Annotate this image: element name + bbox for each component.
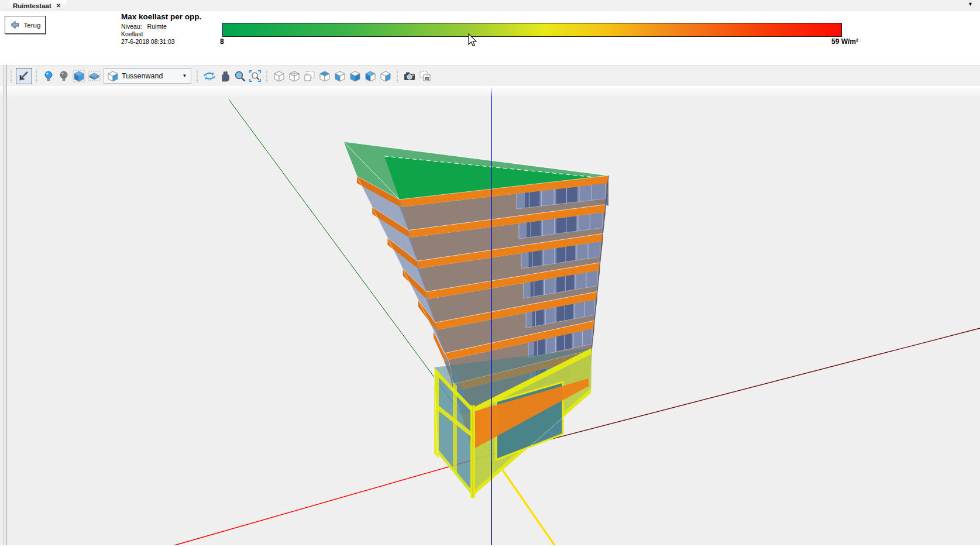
legend-level-label: Niveau: <box>121 23 142 30</box>
camera-icon <box>403 70 416 82</box>
view-face-corner-button[interactable] <box>348 68 363 84</box>
snapshot-button[interactable] <box>402 68 417 84</box>
tab-close-icon[interactable]: ✕ <box>56 2 61 9</box>
back-button[interactable]: Terug <box>5 16 46 34</box>
select-tool-button[interactable] <box>16 68 32 84</box>
chevron-down-icon[interactable]: ▼ <box>180 73 188 78</box>
cube-flat-icon <box>88 70 101 82</box>
view-iso-1-button[interactable] <box>271 68 287 84</box>
pan-tool-button[interactable] <box>217 68 232 84</box>
scale-max-label: 59 W/m² <box>831 37 858 46</box>
legend-quantity: Koellast <box>121 31 201 37</box>
bulb-on-icon <box>42 70 55 82</box>
zoom-tool-button[interactable] <box>232 68 247 84</box>
cube-solid-icon <box>73 70 85 82</box>
back-arrow-icon <box>10 20 20 29</box>
export-icon <box>418 70 431 82</box>
iso2-icon <box>288 70 301 82</box>
view-solid-model-button[interactable] <box>71 68 87 84</box>
legend-text-block: Max koellast per opp. Niveau:Ruimte Koel… <box>121 13 201 44</box>
building-scene <box>0 86 980 545</box>
zoom-icon <box>233 70 246 82</box>
light-off-button[interactable] <box>56 68 71 84</box>
faceFront-icon <box>333 70 346 82</box>
select-arrow-icon <box>18 70 30 82</box>
axis-x-red <box>173 455 491 545</box>
header: Terug Max koellast per opp. Niveau:Ruimt… <box>0 11 980 65</box>
application-window: { "tab_bar": { "active_tab": "Ruimtestaa… <box>0 0 980 547</box>
light-on-button[interactable] <box>41 68 56 84</box>
viewport-top-fade <box>0 86 980 98</box>
filter-dropdown-value: Tussenwand <box>122 72 178 80</box>
filter-dropdown[interactable]: Tussenwand ▼ <box>104 68 191 84</box>
3d-viewport[interactable] <box>0 86 980 545</box>
color-scale-bar <box>222 23 842 37</box>
legend-level-value: Ruimte <box>147 23 167 30</box>
iso1-icon <box>273 70 286 82</box>
orbit-icon <box>203 70 216 82</box>
tab-bar: Ruimtestaat ✕ ▼ <box>0 0 980 12</box>
toolbar-grip[interactable] <box>195 70 200 82</box>
toolbar-grip[interactable] <box>35 70 39 82</box>
back-button-label: Terug <box>24 22 41 29</box>
faceRight-icon <box>379 70 392 82</box>
orbit-tool-button[interactable] <box>202 68 217 84</box>
building-model <box>173 88 980 545</box>
bulb-off-icon <box>57 70 70 82</box>
view-face-back-button[interactable] <box>363 68 378 84</box>
toolbar-grip[interactable] <box>396 70 400 82</box>
legend-title: Max koellast per opp. <box>121 13 201 21</box>
view-iso-2-button[interactable] <box>287 68 302 84</box>
tab-ruimtestaat[interactable]: Ruimtestaat ✕ <box>4 0 67 11</box>
zoom-ext-icon <box>249 70 262 82</box>
scale-min-label: 8 <box>220 37 224 46</box>
combo-cube-icon <box>106 70 119 82</box>
zoom-extents-button[interactable] <box>247 68 263 84</box>
view-face-right-button[interactable] <box>378 68 393 84</box>
plan2d-icon <box>303 70 316 82</box>
toolbar-grip[interactable] <box>9 70 13 82</box>
view-toolbar: Tussenwand ▼ <box>0 65 980 86</box>
export-image-button[interactable] <box>417 68 432 84</box>
mouse-cursor <box>467 33 477 47</box>
tab-label: Ruimtestaat <box>13 2 51 9</box>
view-face-front-button[interactable] <box>332 68 348 84</box>
faceTop-icon <box>318 70 331 82</box>
faceCorner-icon <box>349 70 362 82</box>
faceBack-icon <box>364 70 377 82</box>
legend-timestamp: 27-6-2018 08:31:03 <box>121 39 201 45</box>
view-flat-model-button[interactable] <box>87 68 102 84</box>
view-plan-2d-button[interactable] <box>302 68 317 84</box>
pan-hand-icon <box>218 70 231 82</box>
tab-overflow-icon[interactable]: ▼ <box>968 1 973 7</box>
toolbar-grip[interactable] <box>265 70 269 82</box>
left-splitter[interactable] <box>3 65 7 545</box>
view-face-top-button[interactable] <box>317 68 332 84</box>
